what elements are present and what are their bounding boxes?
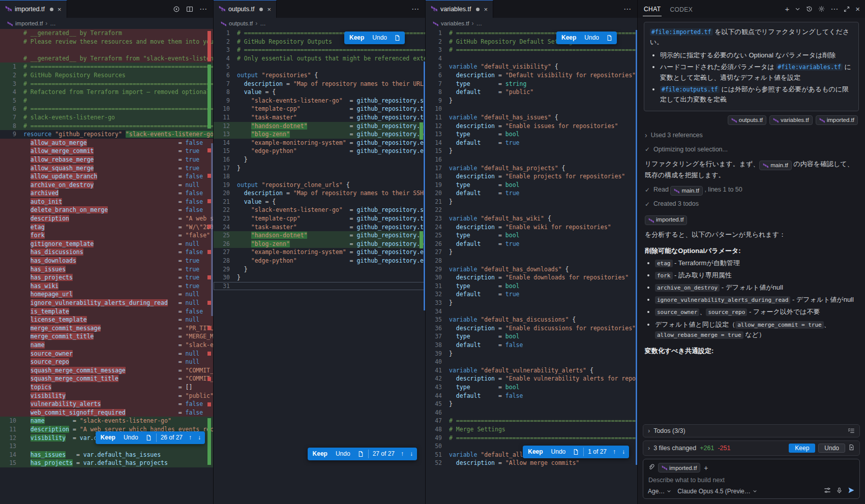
open-diff-icon[interactable] (391, 33, 404, 43)
code-line[interactable]: 48# Merge Settings (426, 425, 637, 434)
undo-button[interactable]: Undo (368, 32, 391, 44)
code-line[interactable]: is_template = false (0, 307, 213, 316)
code-line[interactable]: 40 (426, 358, 637, 366)
code-line[interactable]: # __generated__ by Terraform from "slack… (0, 54, 213, 63)
settings-gear-icon[interactable] (818, 6, 825, 12)
breadcrumb[interactable]: variables.tf › … (426, 18, 637, 29)
code-line[interactable]: allow_squash_merge = true (0, 164, 213, 173)
next-change-icon[interactable]: ↓ (195, 432, 204, 444)
tab-chat[interactable]: CHAT (643, 2, 662, 16)
code-line[interactable]: 27 "example-monitoring-system" = github_… (214, 248, 425, 257)
code-line[interactable]: vulnerability_alerts = false (0, 400, 213, 408)
code-line[interactable]: 6 description = "Default visibility for … (426, 71, 637, 80)
code-line[interactable]: 25 "handson-dotnet" = github_repository.… (214, 231, 425, 240)
open-diff-icon[interactable] (142, 433, 155, 443)
code-line[interactable]: 8# =====================================… (0, 122, 213, 131)
undo-button[interactable]: Undo (580, 32, 603, 44)
code-line[interactable]: merge_commit_message = "PR_TITLE" (0, 324, 213, 333)
model-select[interactable]: Claude Opus 4.5 (Previe… (677, 488, 757, 495)
code-line[interactable]: 36 description = "Enable discussions for… (426, 324, 637, 333)
todos-panel[interactable]: › Todos (3/3) (643, 424, 860, 437)
code-line[interactable] (0, 46, 213, 54)
code-line[interactable]: # __generated__ by Terraform (0, 29, 213, 38)
code-line[interactable]: source_repo = null (0, 358, 213, 366)
send-icon[interactable] (848, 487, 855, 495)
code-line[interactable]: 5 (214, 62, 425, 71)
status-row[interactable]: ✓Read main.tf , lines 1 to 50 (645, 185, 858, 196)
code-editor[interactable]: # __generated__ by Terraform# Please rev… (0, 29, 213, 504)
code-line[interactable]: 17} (214, 164, 425, 173)
code-line[interactable]: 19output "repository_clone_urls" { (214, 181, 425, 190)
code-line[interactable]: license_template = null (0, 316, 213, 324)
code-editor[interactable]: 1# =====================================… (426, 29, 637, 504)
code-line[interactable]: 11variable "default_has_issues" { (426, 113, 637, 122)
overview-ruler[interactable] (631, 29, 637, 504)
keep-all-button[interactable]: Keep (789, 444, 815, 453)
code-line[interactable]: 31 type = bool (426, 282, 637, 291)
undo-button[interactable]: Undo (332, 448, 354, 460)
code-line[interactable]: 24 "task-master" = github_repository.tas… (214, 223, 425, 232)
code-line[interactable]: 4# Only essential outputs that might be … (214, 54, 425, 63)
code-line[interactable]: 29 } (214, 265, 425, 274)
keep-button[interactable]: Keep (345, 32, 368, 44)
tab-imported-tf[interactable]: imported.tf × (0, 0, 67, 18)
prev-change-icon[interactable]: ↑ (398, 448, 407, 460)
open-diff-icon[interactable] (570, 447, 582, 457)
code-line[interactable]: 3# =====================================… (214, 46, 425, 54)
code-line[interactable]: etag = "W/\"280d0 (0, 223, 213, 232)
code-line[interactable]: archive_on_destroy = null (0, 181, 213, 190)
code-line[interactable]: has_issues = true (0, 265, 213, 274)
code-line[interactable]: 3# =====================================… (0, 80, 213, 88)
code-line[interactable]: 14 has_issues = var.default_has_issues (0, 451, 213, 459)
chevron-down-icon[interactable] (795, 6, 800, 12)
breadcrumb[interactable]: imported.tf › … (0, 18, 213, 29)
references-toggle[interactable]: ›Used 3 references (645, 130, 858, 141)
code-line[interactable]: 8 default = "public" (426, 88, 637, 97)
code-line[interactable]: squash_merge_commit_title = "COMMIT_OR_ (0, 374, 213, 383)
history-icon[interactable] (806, 6, 813, 12)
prev-change-icon[interactable]: ↑ (186, 432, 195, 444)
code-line[interactable]: 3# =====================================… (426, 46, 637, 54)
file-reference-link[interactable]: #file:outputs.tf (660, 86, 720, 93)
code-line[interactable]: description = "A web server whi (0, 214, 213, 223)
open-changes-icon[interactable] (173, 6, 180, 13)
close-icon[interactable]: × (484, 6, 488, 13)
maximize-icon[interactable] (844, 6, 850, 12)
code-line[interactable]: topics = [] (0, 383, 213, 392)
open-diff-icon[interactable] (354, 449, 367, 459)
breadcrumb[interactable]: outputs.tf › … (214, 18, 425, 29)
split-editor-icon[interactable] (186, 6, 193, 13)
code-line[interactable]: 44 default = false (426, 392, 637, 400)
code-line[interactable]: 30 description = "Enable downloads for r… (426, 273, 637, 282)
code-line[interactable]: 28 "edge-python" = github_repository.edg… (214, 257, 425, 265)
code-line[interactable]: 35variable "default_has_discussions" { (426, 316, 637, 324)
keep-button[interactable]: Keep (97, 432, 120, 444)
code-line[interactable]: 16 } (214, 155, 425, 164)
todo-list-icon[interactable] (848, 427, 855, 434)
code-line[interactable]: 26 default = true (426, 240, 637, 248)
code-line[interactable]: 7 description = "Map of repository names… (214, 80, 425, 88)
code-line[interactable]: 15} (426, 147, 637, 155)
code-line[interactable]: 22 (426, 206, 637, 214)
code-line[interactable]: 30} (214, 273, 425, 282)
code-line[interactable]: 23 "template-cpp" = github_repository.te… (214, 214, 425, 223)
code-line[interactable]: name = "slack-even (0, 341, 213, 350)
tools-icon[interactable] (824, 487, 831, 495)
code-line[interactable]: 45} (426, 400, 637, 408)
code-line[interactable]: 17variable "default_has_projects" { (426, 164, 637, 173)
code-line[interactable]: 13 "blog-zenn" = github_repository.blog-… (214, 130, 425, 139)
code-line[interactable]: has_downloads = true (0, 257, 213, 265)
code-line[interactable]: 26 "blog-zenn" = github_repository.blog-… (214, 240, 425, 248)
status-row[interactable]: ✓Created 3 todos (645, 199, 858, 209)
more-actions-icon[interactable]: ⋯ (199, 5, 207, 14)
file-chip[interactable]: main.tf (670, 186, 703, 196)
code-line[interactable]: 32 default = true (426, 290, 637, 299)
code-line[interactable]: 41variable "default_vulnerability_alerts… (426, 366, 637, 375)
close-icon[interactable]: × (267, 6, 271, 13)
code-line[interactable]: 7 type = string (426, 80, 637, 88)
code-line[interactable]: allow_rebase_merge = true (0, 155, 213, 164)
code-line[interactable]: 14 "example-monitoring-system" = github_… (214, 139, 425, 147)
code-line[interactable]: 49# ====================================… (426, 434, 637, 443)
code-line[interactable]: 9} (426, 97, 637, 105)
keep-button[interactable]: Keep (557, 32, 580, 44)
